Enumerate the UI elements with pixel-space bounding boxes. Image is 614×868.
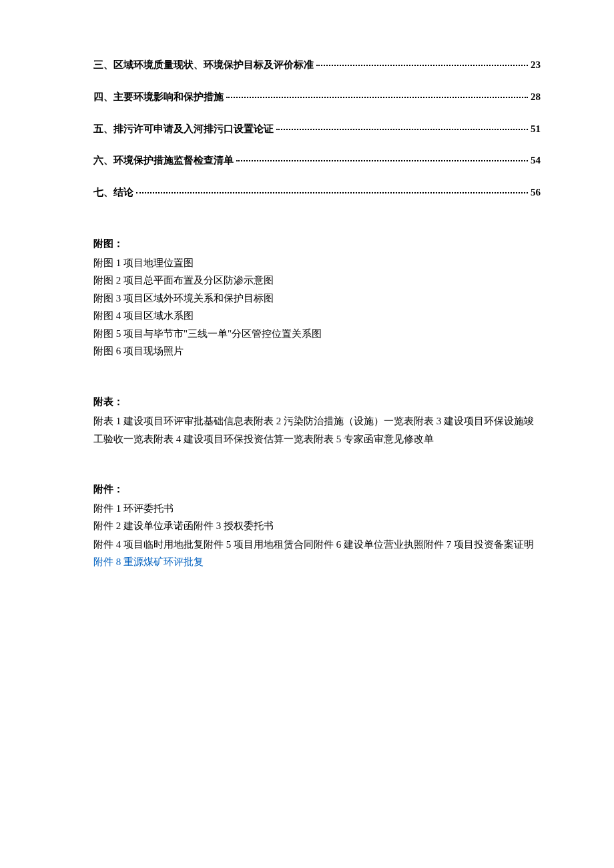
- attachment-item: 附件 4 项目临时用地批复附件 5 项目用地租赁合同附件 6 建设单位营业执照附…: [93, 536, 541, 553]
- figure-item: 附图 2 项目总平面布置及分区防渗示意图: [93, 272, 541, 290]
- figures-heading: 附图：: [93, 236, 541, 252]
- table-of-contents: 三、区域环境质量现状、环境保护目标及评价标准 23 四、主要环境影响和保护措施 …: [93, 57, 541, 201]
- toc-entry: 三、区域环境质量现状、环境保护目标及评价标准 23: [93, 57, 541, 73]
- toc-leader-dots: [276, 129, 528, 130]
- attachments-section: 附件： 附件 1 环评委托书 附件 2 建设单位承诺函附件 3 授权委托书 附件…: [93, 481, 541, 571]
- figure-item: 附图 1 项目地理位置图: [93, 255, 541, 272]
- attachment-item: 附件 2 建设单位承诺函附件 3 授权委托书: [93, 518, 541, 535]
- toc-entry: 四、主要环境影响和保护措施 28: [93, 89, 541, 105]
- figure-item: 附图 6 项目现场照片: [93, 343, 541, 360]
- toc-entry: 五、排污许可申请及入河排污口设置论证 51: [93, 121, 541, 137]
- toc-page-number: 28: [531, 89, 541, 105]
- toc-label: 四、主要环境影响和保护措施: [93, 89, 224, 105]
- toc-label: 七、结论: [93, 184, 133, 201]
- toc-leader-dots: [226, 97, 528, 98]
- figures-section: 附图： 附图 1 项目地理位置图 附图 2 项目总平面布置及分区防渗示意图 附图…: [93, 236, 541, 360]
- toc-entry: 七、结论 56: [93, 184, 541, 201]
- toc-page-number: 23: [531, 57, 541, 73]
- tables-heading: 附表：: [93, 394, 541, 410]
- toc-leader-dots: [136, 192, 528, 193]
- toc-leader-dots: [316, 65, 528, 66]
- toc-page-number: 56: [531, 184, 541, 201]
- toc-leader-dots: [236, 160, 528, 161]
- figure-item: 附图 3 项目区域外环境关系和保护目标图: [93, 290, 541, 308]
- toc-label: 六、环境保护措施监督检查清单: [93, 152, 234, 169]
- figure-item: 附图 4 项目区域水系图: [93, 308, 541, 325]
- tables-section: 附表： 附表 1 建设项目环评审批基础信息表附表 2 污染防治措施（设施）一览表…: [93, 394, 541, 448]
- toc-entry: 六、环境保护措施监督检查清单 54: [93, 152, 541, 169]
- toc-label: 五、排污许可申请及入河排污口设置论证: [93, 121, 274, 137]
- tables-paragraph: 附表 1 建设项目环评审批基础信息表附表 2 污染防治措施（设施）一览表附表 3…: [93, 412, 541, 448]
- toc-label: 三、区域环境质量现状、环境保护目标及评价标准: [93, 57, 314, 73]
- attachment-link[interactable]: 附件 8 重源煤矿环评批复: [93, 554, 541, 571]
- figure-item: 附图 5 项目与毕节市"三线一单"分区管控位置关系图: [93, 326, 541, 343]
- toc-page-number: 51: [531, 121, 541, 137]
- toc-page-number: 54: [531, 152, 541, 169]
- attachment-item: 附件 1 环评委托书: [93, 500, 541, 518]
- attachments-heading: 附件：: [93, 481, 541, 498]
